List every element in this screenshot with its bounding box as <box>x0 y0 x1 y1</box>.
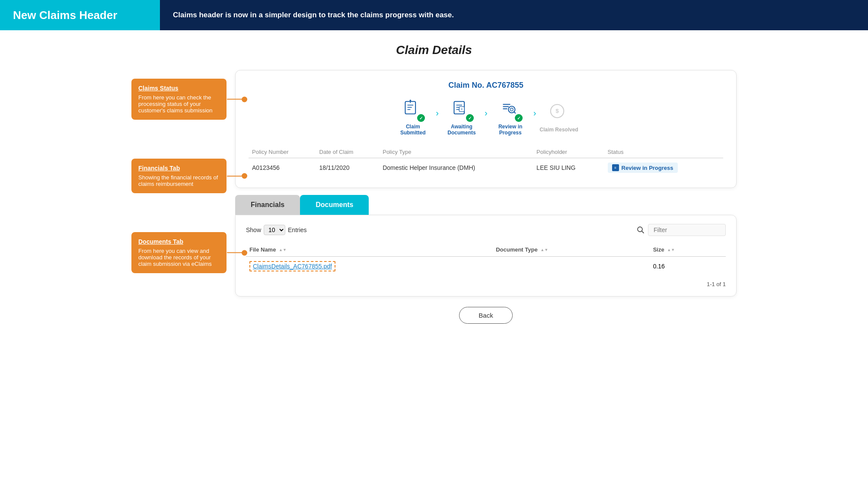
step-check-2: ✓ <box>466 114 474 122</box>
entries-label: Entries <box>288 226 307 233</box>
documents-tab-callout-title: Documents Tab <box>138 238 220 245</box>
svg-line-20 <box>642 231 644 233</box>
claims-status-callout-body: From here you can check the processing s… <box>138 94 220 114</box>
tabs-row: Financials Documents <box>235 195 737 215</box>
step-review-in-progress: ✓ Review in Progress <box>491 99 530 136</box>
step-awaiting-documents: + ✓ Awaiting Documents <box>442 99 481 136</box>
header-subtitle: Claims header is now in a simpler design… <box>160 0 467 30</box>
step-icon-wrap-2: + ✓ <box>450 99 473 121</box>
callout-line-3 <box>227 252 242 253</box>
step-arrow-1: › <box>436 108 439 127</box>
step-claim-submitted: ✓ Claim Submitted <box>393 99 432 136</box>
review-in-progress-icon <box>499 99 518 118</box>
search-icon <box>637 226 645 234</box>
financials-tab-callout-title: Financials Tab <box>138 165 220 172</box>
documents-panel: Show 10 25 50 Entries <box>235 215 737 297</box>
status-badge-text: Review in Progress <box>622 165 673 171</box>
step-label-4: Claim Resolved <box>539 127 578 133</box>
header-title: New Claims Header <box>13 9 117 22</box>
doctype-sort-icon[interactable]: ▲▼ <box>540 248 548 252</box>
cell-policy-type: Domestic Helper Insurance (DMH) <box>379 158 533 178</box>
awaiting-documents-icon: + <box>450 99 469 118</box>
tab-financials[interactable]: Financials <box>235 195 300 215</box>
claims-status-callout-title: Claims Status <box>138 85 220 92</box>
col-policy-type: Policy Type <box>379 146 533 158</box>
tab-documents[interactable]: Documents <box>300 195 369 215</box>
back-button[interactable]: Back <box>459 307 512 324</box>
step-check-3: ✓ <box>515 114 523 122</box>
claim-details-table: Policy Number Date of Claim Policy Type … <box>249 146 723 177</box>
step-label-3: Review in Progress <box>491 124 530 136</box>
docs-controls: Show 10 25 50 Entries <box>246 224 726 236</box>
show-label: Show <box>246 226 261 233</box>
entries-select[interactable]: 10 25 50 <box>264 225 285 235</box>
callout-arrow-2 <box>227 173 247 179</box>
col-policyholder: Policyholder <box>533 146 604 158</box>
callout-arrow-3 <box>227 250 247 255</box>
step-check-1: ✓ <box>417 114 425 122</box>
callout-line-2 <box>227 175 242 176</box>
content-area: Claims Status From here you can check th… <box>131 70 737 324</box>
step-arrow-2: › <box>485 108 488 127</box>
svg-text:$: $ <box>555 108 559 114</box>
svg-line-16 <box>514 112 515 113</box>
status-badge: ≡ Review in Progress <box>608 163 678 173</box>
back-btn-wrap: Back <box>235 307 737 324</box>
cell-policy-number: A0123456 <box>249 158 316 178</box>
step-claim-resolved: $ Claim Resolved <box>539 102 578 133</box>
callout-line-1 <box>227 99 242 100</box>
step-icon-wrap-3: ✓ <box>499 99 522 121</box>
claim-number: Claim No. AC767855 <box>249 81 723 90</box>
financials-tab-callout-body: Showing the financial records of claims … <box>138 174 220 187</box>
svg-point-15 <box>510 108 513 111</box>
cell-status: ≡ Review in Progress <box>604 158 723 178</box>
claims-status-callout: Claims Status From here you can check th… <box>131 79 227 120</box>
header-title-box: New Claims Header <box>0 0 160 30</box>
financials-tab-callout-wrap: Financials Tab Showing the financial rec… <box>131 159 227 193</box>
financials-tab-callout: Financials Tab Showing the financial rec… <box>131 159 227 193</box>
documents-tab-callout-wrap: Documents Tab From here you can view and… <box>131 232 227 273</box>
step-label-1: Claim Submitted <box>393 124 432 136</box>
page-header: New Claims Header Claims header is now i… <box>0 0 868 30</box>
docs-col-doctype: Document Type ▲▼ <box>492 243 650 257</box>
filter-input[interactable] <box>648 224 726 236</box>
main-content: Claim Details Claims Status From here yo… <box>0 30 868 491</box>
col-status: Status <box>604 146 723 158</box>
doc-filename-cell: ClaimsDetails_AC767855.pdf <box>246 257 492 276</box>
step-icon-wrap-1: ✓ <box>402 99 424 121</box>
file-link[interactable]: ClaimsDetails_AC767855.pdf <box>253 263 332 270</box>
progress-steps: ✓ Claim Submitted › <box>249 99 723 136</box>
callout-arrow-1 <box>227 96 247 102</box>
filter-box <box>637 224 726 236</box>
size-sort-icon[interactable]: ▲▼ <box>667 248 675 252</box>
docs-col-filename: File Name ▲▼ <box>246 243 492 257</box>
callout-dot-2 <box>242 173 247 179</box>
claim-submitted-icon <box>402 99 421 118</box>
doc-row: ClaimsDetails_AC767855.pdf 0.16 <box>246 257 726 276</box>
doc-doctype-cell <box>492 257 650 276</box>
right-panel: Claim No. AC767855 <box>235 70 737 324</box>
show-entries: Show 10 25 50 Entries <box>246 225 307 235</box>
callout-dot-1 <box>242 96 247 102</box>
header-subtitle-text: Claims header is now in a simpler design… <box>173 11 454 19</box>
documents-tab-callout-body: From here you can view and download the … <box>138 248 220 267</box>
docs-col-size: Size ▲▼ <box>650 243 726 257</box>
claim-card: Claim No. AC767855 <box>235 70 737 188</box>
svg-text:+: + <box>461 108 463 111</box>
documents-table: File Name ▲▼ Document Type ▲▼ Size ▲▼ <box>246 243 726 276</box>
claims-status-callout-wrap: Claims Status From here you can check th… <box>131 79 227 120</box>
cell-date-of-claim: 18/11/2020 <box>316 158 380 178</box>
step-icon-wrap-4: $ <box>548 102 570 124</box>
status-badge-icon: ≡ <box>612 164 619 171</box>
col-policy-number: Policy Number <box>249 146 316 158</box>
claim-row: A0123456 18/11/2020 Domestic Helper Insu… <box>249 158 723 178</box>
step-label-2: Awaiting Documents <box>442 124 481 136</box>
cell-policyholder: LEE SIU LING <box>533 158 604 178</box>
doc-size-cell: 0.16 <box>650 257 726 276</box>
filename-sort-icon[interactable]: ▲▼ <box>279 248 287 252</box>
callouts-column: Claims Status From here you can check th… <box>131 70 227 324</box>
step-arrow-3: › <box>533 108 536 127</box>
file-link-wrap: ClaimsDetails_AC767855.pdf <box>249 261 335 271</box>
page-title: Claim Details <box>17 43 851 57</box>
documents-tab-callout: Documents Tab From here you can view and… <box>131 232 227 273</box>
